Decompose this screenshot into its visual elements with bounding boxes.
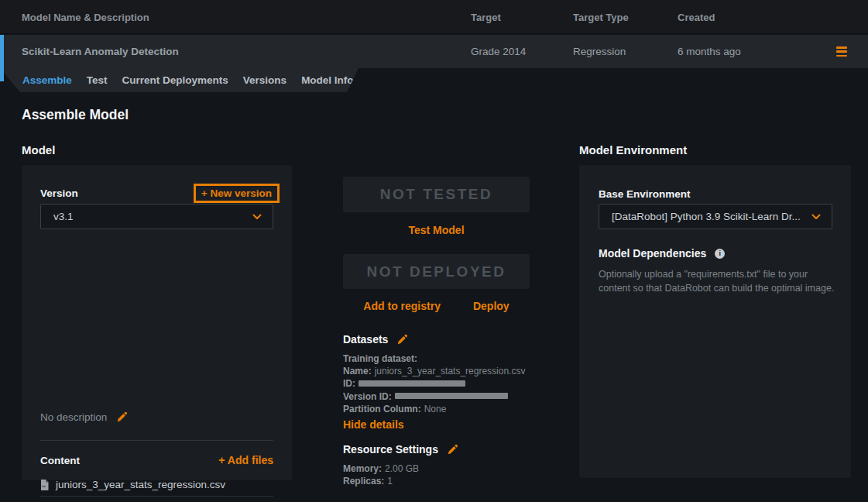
tab-current-deployments[interactable]: Current Deployments <box>122 74 228 86</box>
version-dropdown[interactable]: v3.1 <box>40 204 273 229</box>
datasets-title: Datasets <box>343 333 388 346</box>
file-row[interactable]: juniors_3_year_stats_regression.csv <box>40 473 273 497</box>
add-to-registry-link[interactable]: Add to registry <box>363 300 441 312</box>
new-version-button[interactable]: + New version <box>194 184 280 203</box>
partition-column-value: None <box>424 404 447 414</box>
dataset-id-label: ID: <box>343 378 355 389</box>
model-table-header: Model Name & Description Target Target T… <box>0 0 868 34</box>
base-environment-dropdown[interactable]: [DataRobot] Python 3.9 Scikit-Learn Dr..… <box>599 204 832 229</box>
divider <box>40 440 273 441</box>
model-created: 6 months ago <box>678 35 741 68</box>
version-dropdown-value: v3.1 <box>53 211 246 222</box>
chevron-down-icon <box>811 214 821 220</box>
model-target-type: Regression <box>573 35 626 68</box>
page-title: Assemble Model <box>22 107 129 123</box>
not-tested-status: NOT TESTED <box>343 177 530 212</box>
column-header-target: Target <box>471 0 501 34</box>
custom-model-workshop-page: Model Name & Description Target Target T… <box>0 0 868 502</box>
model-dependencies-title: Model Dependencies <box>599 247 706 260</box>
column-header-created: Created <box>678 0 715 34</box>
datasets-block: Datasets Training dataset: Name:juniors_… <box>343 332 544 415</box>
edit-datasets-pencil-icon[interactable] <box>396 334 408 346</box>
training-dataset-label: Training dataset: <box>343 353 417 364</box>
row-menu-icon[interactable] <box>836 46 847 57</box>
replicas-label: Replicas: <box>343 476 384 487</box>
test-model-link[interactable]: Test Model <box>408 224 464 236</box>
file-name: juniors_3_year_stats_regression.csv <box>56 479 225 490</box>
base-environment-value: [DataRobot] Python 3.9 Scikit-Learn Dr..… <box>612 211 805 222</box>
model-panel: Version + New version v3.1 No descriptio… <box>22 165 292 480</box>
resource-settings-block: Resource Settings Memory:2.00 GB Replica… <box>343 442 458 487</box>
tab-versions[interactable]: Versions <box>243 74 286 86</box>
tab-test[interactable]: Test <box>87 74 108 86</box>
file-row[interactable]: model.yaml <box>40 497 273 502</box>
add-files-button[interactable]: + Add files <box>218 454 273 466</box>
model-tabs: Assemble Test Current Deployments Versio… <box>0 68 359 92</box>
hide-details-link[interactable]: Hide details <box>343 418 404 431</box>
content-file-list: juniors_3_year_stats_regression.csv mode… <box>40 473 273 502</box>
memory-value: 2.00 GB <box>385 463 419 474</box>
base-environment-label: Base Environment <box>599 188 691 200</box>
model-name: Scikit-Learn Anomaly Detection <box>22 35 179 68</box>
description-placeholder: No description <box>40 411 107 423</box>
model-section-title: Model <box>22 143 55 156</box>
dataset-version-id-label: Version ID: <box>343 391 392 402</box>
resource-settings-title: Resource Settings <box>343 443 438 456</box>
edit-description-pencil-icon[interactable] <box>116 411 128 423</box>
selected-row-accent <box>0 35 4 81</box>
dataset-name-value: juniors_3_year_stats_regression.csv <box>375 366 526 376</box>
dataset-name-label: Name: <box>343 366 372 376</box>
dataset-version-id-redacted-value <box>395 393 508 399</box>
partition-column-label: Partition Column: <box>343 404 421 414</box>
environment-panel: Base Environment [DataRobot] Python 3.9 … <box>579 165 851 478</box>
tab-assemble[interactable]: Assemble <box>22 74 72 86</box>
not-deployed-status: NOT DEPLOYED <box>343 254 530 289</box>
model-table-row[interactable]: Scikit-Learn Anomaly Detection Grade 201… <box>0 35 868 68</box>
replicas-value: 1 <box>387 476 393 487</box>
file-icon <box>40 480 49 490</box>
chevron-down-icon <box>252 214 262 220</box>
content-label: Content <box>40 455 80 466</box>
environment-section-title: Model Environment <box>579 143 687 156</box>
edit-resource-settings-pencil-icon[interactable] <box>447 444 458 456</box>
memory-label: Memory: <box>343 463 382 474</box>
info-icon[interactable]: i <box>715 249 725 259</box>
model-target: Grade 2014 <box>471 35 526 68</box>
column-header-target-type: Target Type <box>573 0 629 34</box>
column-header-name: Model Name & Description <box>22 0 149 34</box>
tab-model-info[interactable]: Model Info <box>301 74 354 86</box>
version-label: Version <box>40 187 78 199</box>
model-dependencies-block: Model Dependencies i Optionally upload a… <box>599 246 832 295</box>
model-dependencies-help-text: Optionally upload a "requirements.txt" f… <box>599 268 835 295</box>
deploy-link[interactable]: Deploy <box>473 300 509 312</box>
dataset-id-redacted-value <box>359 380 465 387</box>
